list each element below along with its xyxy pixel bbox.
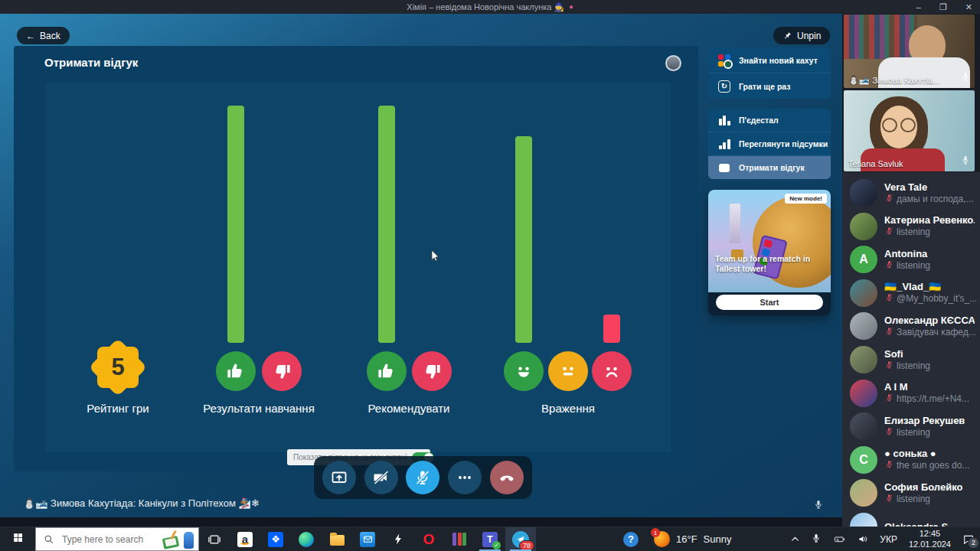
avatar: C [850, 446, 877, 474]
start-button[interactable] [0, 527, 35, 551]
camera-off-icon [372, 468, 390, 487]
clock[interactable]: 12:45 12.01.2024 [903, 529, 957, 550]
avatar [850, 213, 877, 240]
maximize-button[interactable]: ❐ [939, 0, 947, 14]
participant-row[interactable]: Елизар Рекушевlistening [842, 409, 980, 443]
taskbar-teams-icon[interactable]: T✓ [475, 527, 505, 551]
status-text: listening [897, 360, 930, 371]
participant-row[interactable]: Катерина Ревенко...listening [842, 210, 980, 243]
participant-row[interactable]: A I Mhttps://t.me/+N4... [842, 377, 980, 410]
taskbar-file-explorer-icon[interactable] [322, 527, 352, 551]
unpin-label: Unpin [797, 31, 821, 41]
kahoot-search-icon [718, 54, 730, 67]
camera-off-button[interactable] [364, 461, 398, 494]
sidebar-item-replay[interactable]: ↻Грати ще раз [708, 73, 831, 99]
mic-icon[interactable] [960, 155, 971, 168]
windows-taskbar: a❖OT✓78 ? 1 16°F Sunny УКР 12:45 12.01.2… [0, 527, 980, 551]
participant-row[interactable]: Vera Taleдамы и господа,... [842, 176, 980, 210]
speaker-icon[interactable] [852, 527, 874, 551]
taskbar-telegram-icon[interactable]: 78 [505, 527, 536, 551]
participant-row[interactable]: Oleksandra S [842, 510, 980, 527]
mic-off-button[interactable] [406, 461, 439, 494]
minimize-button[interactable]: – [916, 0, 921, 14]
taskbar-task-view-icon[interactable] [199, 527, 230, 551]
avatar [850, 380, 877, 407]
avatar [850, 179, 877, 207]
muted-mic-icon [884, 459, 894, 471]
screen-share-button[interactable] [322, 461, 356, 494]
taskbar-spacer [536, 527, 616, 551]
participant-row[interactable]: AAntoninalistening [842, 243, 980, 276]
hang-up-button[interactable] [490, 461, 524, 494]
sidebar-item-speech-bubble[interactable]: Отримати відгук [708, 156, 831, 179]
taskbar-winrar-icon[interactable] [444, 527, 475, 551]
more-options-button[interactable] [448, 461, 482, 494]
participant-row[interactable]: Олександр КЄССА...Завідувач кафед... [842, 309, 980, 343]
clock-date: 12.01.2024 [909, 540, 951, 550]
profile-avatar[interactable] [665, 55, 681, 71]
call-title-text: ⛄🎿 Зимова Кахутіада: Канікули з Політехо… [23, 497, 260, 509]
help-icon: ? [623, 532, 639, 547]
participant-row[interactable]: C● сонька ●the sun goes do... [842, 443, 980, 477]
participant-name: Олександр КЄССА... [884, 315, 975, 326]
weather-condition: Sunny [704, 533, 732, 545]
unpin-button[interactable]: Unpin [773, 27, 830, 44]
participant-status: Завідувач кафед... [884, 326, 976, 338]
participant-name: София Болейко [884, 481, 962, 493]
weather-icon: 1 [654, 531, 670, 547]
avatar [850, 479, 877, 507]
participant-row[interactable]: София Болейкоlistening [842, 476, 980, 510]
sidebar-item-kahoot-search[interactable]: Знайти новий кахут [708, 47, 831, 73]
taskbar-lightning-icon[interactable] [383, 527, 413, 551]
status-text: @My_hobby_it's_... [897, 293, 976, 304]
sidebar-item-podium[interactable]: П'єдестал [708, 109, 831, 132]
participant-name: Sofi [884, 348, 930, 360]
window-title: Хімія – невідома Новорічна чаклунка 🧙 [407, 2, 564, 12]
window-titlebar: Хімія – невідома Новорічна чаклунка 🧙 ● … [0, 0, 980, 14]
taskbar-amazon-icon[interactable]: a [230, 527, 260, 551]
video-name-label: Tetiana Savluk [848, 159, 956, 168]
action-center-icon[interactable]: 2 [957, 527, 980, 551]
taskbar-mail-icon[interactable] [352, 527, 383, 551]
status-text: Завідувач кафед... [897, 327, 976, 337]
close-button[interactable]: ✕ [965, 0, 972, 14]
taskbar-opera-icon[interactable]: O [413, 527, 444, 551]
video-tile-tetiana[interactable]: Tetiana Savluk [844, 90, 975, 171]
sidebar-item-results-chart[interactable]: Переглянути підсумки [708, 132, 831, 156]
start-button[interactable]: Start [716, 295, 823, 310]
status-text: listening [897, 427, 930, 438]
room-mic-icon[interactable] [813, 499, 824, 513]
mic-icon[interactable] [960, 71, 971, 85]
tray-mic-icon[interactable] [805, 527, 827, 551]
more-options-icon [456, 468, 474, 487]
video-tile-host[interactable]: ⛄🎿 Зимова Кахутіа... [844, 15, 975, 88]
taskbar-edge-icon[interactable] [291, 527, 322, 551]
system-tray: УКР 12:45 12.01.2024 2 [785, 527, 980, 551]
participant-row[interactable]: Sofilistening [842, 343, 980, 377]
new-mode-badge: New mode! [785, 194, 827, 204]
language-indicator[interactable]: УКР [874, 527, 903, 551]
help-tray-icon[interactable]: ? [616, 527, 646, 551]
taskbar-dropbox-icon[interactable]: ❖ [260, 527, 291, 551]
notification-badge: 2 [968, 537, 979, 549]
search-input[interactable] [60, 533, 155, 546]
taskbar-search-box[interactable] [35, 527, 199, 551]
participant-name: ● сонька ● [884, 448, 969, 459]
muted-mic-icon [884, 292, 894, 305]
call-status-bar: ⛄🎿 Зимова Кахутіада: Канікули з Політехо… [23, 497, 260, 509]
muted-mic-icon [884, 326, 894, 338]
kahoot-menu-top: Знайти новий кахут↻Грати ще раз [708, 47, 831, 99]
video-name-label: ⛄🎿 Зимова Кахутіа... [848, 75, 956, 85]
back-button[interactable]: ← Back [17, 27, 70, 44]
tray-expand-chevron-icon[interactable] [785, 527, 805, 551]
battery-icon[interactable] [827, 527, 852, 551]
replay-icon: ↻ [718, 80, 730, 93]
telegram-badge: 78 [519, 540, 534, 551]
weather-widget[interactable]: 1 16°F Sunny [646, 527, 739, 551]
video-name-text: Tetiana Savluk [848, 159, 903, 168]
thumb-up-icon [367, 351, 407, 391]
mouse-cursor [431, 250, 440, 262]
podium-icon [719, 115, 730, 126]
muted-mic-icon [884, 226, 894, 238]
participant-row[interactable]: 🇺🇦_Vlad_🇺🇦@My_hobby_it's_... [842, 276, 980, 310]
